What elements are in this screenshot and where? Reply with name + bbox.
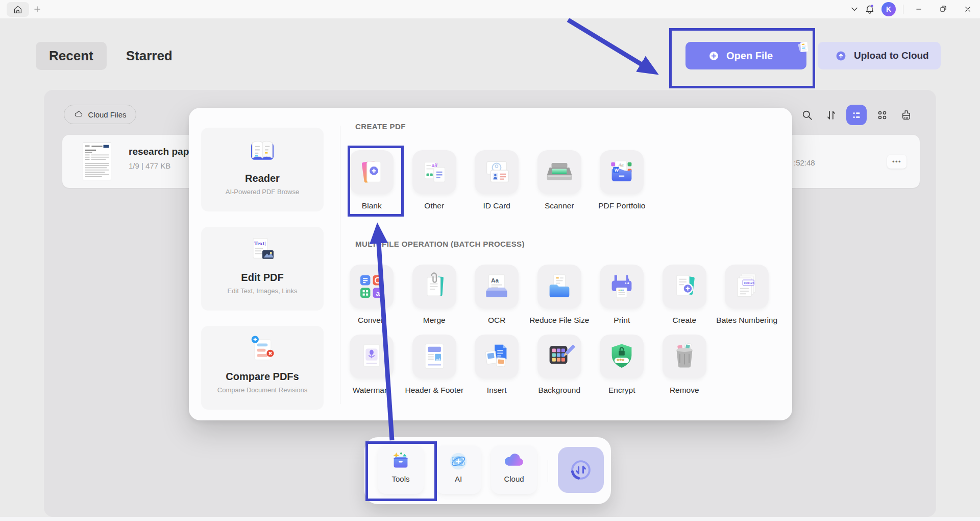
file-name: research paper xyxy=(129,146,198,157)
home-page: Recent Starred Open File Upload to Cloud… xyxy=(0,18,980,521)
cloud-files-button[interactable]: Cloud Files xyxy=(64,105,136,124)
tool-remove[interactable]: Remove xyxy=(653,335,716,395)
tool-watermark[interactable]: Watermark xyxy=(340,335,403,395)
svg-text:000123: 000123 xyxy=(744,281,754,285)
id-card-icon xyxy=(481,156,512,188)
file-more-button[interactable]: ••• xyxy=(887,155,906,169)
app-window: K Recent Starred Open File Upload to Clo… xyxy=(0,0,980,521)
ocr-icon: Aa xyxy=(481,271,512,302)
create-pdf-section-title: CREATE PDF xyxy=(355,122,406,131)
tool-ocr[interactable]: Aa OCR xyxy=(465,265,528,325)
print-icon xyxy=(606,271,638,302)
control-list-view-icon[interactable] xyxy=(846,105,867,125)
card-reader[interactable]: Reader AI-Powered PDF Browse xyxy=(201,128,324,211)
annotation-box-tools xyxy=(365,441,437,501)
tool-header-footer[interactable]: Header & Footer xyxy=(403,335,466,395)
dock-divider xyxy=(548,460,548,482)
tool-id-card[interactable]: ID Card xyxy=(465,150,528,210)
control-clean-icon[interactable] xyxy=(897,106,915,124)
merge-icon xyxy=(419,271,450,302)
home-icon xyxy=(12,4,23,15)
batch-row-1: a Convert Merge Aa OCR xyxy=(340,265,778,325)
tool-encrypt[interactable]: *** Encrypt xyxy=(591,335,653,395)
cloud-dock-icon xyxy=(502,449,526,473)
annotation-box-open-file xyxy=(669,28,815,88)
home-tab[interactable] xyxy=(7,2,29,17)
cloud-files-label: Cloud Files xyxy=(88,110,126,119)
file-meta: 1/9 | 477 KB xyxy=(129,161,170,170)
tab-recent[interactable]: Recent xyxy=(36,42,107,70)
create-icon xyxy=(669,271,700,302)
tool-background[interactable]: Background xyxy=(528,335,591,395)
tool-create[interactable]: Create xyxy=(653,265,716,325)
notifications-button[interactable] xyxy=(862,2,877,17)
tool-pdf-portfolio[interactable]: AaW PDF Portfolio xyxy=(591,150,653,210)
close-button[interactable] xyxy=(955,0,980,18)
scanner-icon xyxy=(544,156,575,188)
chevron-down-icon xyxy=(848,3,861,15)
minimize-button[interactable] xyxy=(906,0,931,18)
batch-row-2: Watermark Header & Footer Insert xyxy=(340,335,716,395)
convert-icon: a xyxy=(356,271,387,302)
svg-text:a: a xyxy=(376,290,380,297)
annotation-box-blank xyxy=(348,146,404,217)
minimize-icon xyxy=(913,4,924,15)
pdf-portfolio-icon: AaW xyxy=(606,156,638,188)
grid-view-icon xyxy=(875,108,889,122)
svg-text:Text|: Text| xyxy=(254,240,266,246)
dock-sync-button[interactable] xyxy=(558,447,604,493)
edit-pdf-icon: Text| xyxy=(247,234,278,266)
titlebar-divider xyxy=(903,5,903,14)
restore-icon xyxy=(938,4,949,15)
upload-arrow-icon xyxy=(834,49,848,63)
tools-popup: Reader AI-Powered PDF Browse Text| Edit … xyxy=(189,108,792,420)
search-icon xyxy=(800,108,814,122)
tool-convert[interactable]: a Convert xyxy=(340,265,403,325)
annotation-arrow-open-file xyxy=(568,20,653,72)
tab-starred[interactable]: Starred xyxy=(126,42,173,70)
upload-to-cloud-button[interactable]: Upload to Cloud xyxy=(818,42,941,69)
batch-section-title: MULTI-FILE OPERATION (BATCH PROCESS) xyxy=(355,240,525,248)
svg-text:***: *** xyxy=(617,357,625,365)
sort-icon xyxy=(824,108,838,122)
encrypt-icon: *** xyxy=(606,341,638,372)
reader-icon xyxy=(247,135,278,167)
bates-icon: 000123 xyxy=(731,271,763,302)
watermark-icon xyxy=(356,341,387,372)
card-compare-pdfs[interactable]: Compare PDFs Compare Document Revisions xyxy=(201,326,324,410)
dropdown-chevron-button[interactable] xyxy=(847,2,862,17)
sync-circle-icon xyxy=(567,456,595,484)
header-footer-icon xyxy=(419,341,450,372)
compare-pdfs-icon xyxy=(247,334,278,365)
tool-insert[interactable]: Insert xyxy=(465,335,528,395)
card-edit-pdf[interactable]: Text| Edit PDF Edit Text, Images, Links xyxy=(201,227,324,311)
dock-cloud[interactable]: Cloud xyxy=(491,445,537,494)
tool-merge[interactable]: Merge xyxy=(403,265,466,325)
tool-bates-numbering[interactable]: 000123 Bates Numbering xyxy=(716,265,778,325)
control-search-icon[interactable] xyxy=(798,106,816,124)
new-tab-button[interactable] xyxy=(32,4,43,15)
close-icon xyxy=(962,4,973,15)
tool-print[interactable]: Print xyxy=(591,265,653,325)
tool-other[interactable]: ail Other xyxy=(403,150,466,210)
svg-text:Aa: Aa xyxy=(618,162,624,168)
dock-ai[interactable]: AI xyxy=(435,445,481,494)
popup-left-column: Reader AI-Powered PDF Browse Text| Edit … xyxy=(201,128,324,425)
restore-button[interactable] xyxy=(931,0,955,18)
reduce-size-icon xyxy=(544,271,575,302)
tool-reduce-file-size[interactable]: Reduce File Size xyxy=(528,265,591,325)
upload-label: Upload to Cloud xyxy=(854,50,929,61)
window-bottom-strip xyxy=(0,517,980,521)
control-sort-icon[interactable] xyxy=(822,106,840,124)
control-grid-view-icon[interactable] xyxy=(873,106,891,124)
titlebar-controls: K xyxy=(847,0,980,18)
svg-text:W: W xyxy=(615,168,619,173)
tool-scanner[interactable]: Scanner xyxy=(528,150,591,210)
file-time: :52:48 xyxy=(794,158,815,167)
background-icon xyxy=(544,341,575,372)
view-controls xyxy=(798,105,915,125)
user-avatar[interactable]: K xyxy=(881,2,896,16)
remove-icon xyxy=(669,341,700,372)
other-icon: ail xyxy=(419,156,450,188)
list-view-icon xyxy=(850,108,864,122)
